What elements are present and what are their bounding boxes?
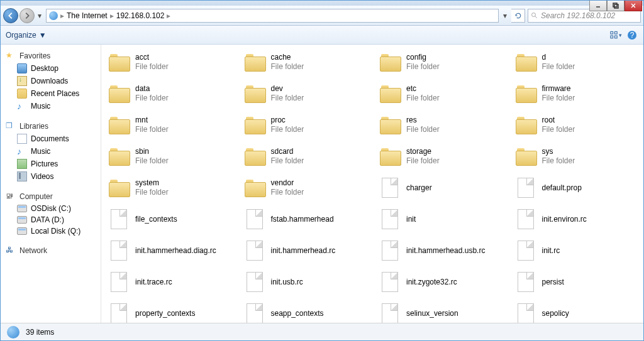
pictures-icon: [17, 159, 27, 169]
file-item[interactable]: property_contexts: [108, 302, 231, 323]
breadcrumb-segment[interactable]: 192.168.0.102: [116, 11, 165, 20]
item-name: file_contexts: [135, 215, 177, 224]
item-name: dev: [271, 84, 304, 94]
folder-item[interactable]: procFile folder: [243, 114, 367, 136]
file-item[interactable]: sepolicy: [514, 302, 638, 323]
location-icon: [49, 11, 58, 20]
item-type: File folder: [406, 94, 440, 103]
nav-item-data-d[interactable]: DATA (D:): [1, 214, 101, 225]
file-icon: [382, 209, 398, 229]
folder-item[interactable]: dFile folder: [514, 51, 638, 73]
nav-item-recent-places[interactable]: Recent Places: [1, 87, 101, 100]
item-type: File folder: [271, 156, 304, 166]
folder-item[interactable]: vendorFile folder: [243, 176, 367, 199]
view-options-button[interactable]: ▾: [609, 29, 622, 41]
file-item[interactable]: charger: [379, 176, 502, 199]
file-item[interactable]: init.hammerhead.diag.rc: [108, 239, 231, 262]
folder-item[interactable]: cacheFile folder: [243, 51, 367, 73]
network-icon: 🖧: [6, 246, 16, 256]
item-type: File folder: [271, 94, 304, 103]
folder-item[interactable]: configFile folder: [379, 51, 502, 73]
item-name: init.trace.rc: [135, 278, 172, 287]
nav-item-music[interactable]: ♪Music: [1, 145, 101, 158]
file-item[interactable]: init.zygote32.rc: [379, 271, 502, 293]
status-bar: 39 items: [1, 323, 643, 340]
folder-icon: [516, 148, 536, 165]
file-view[interactable]: acctFile foldercacheFile folderconfigFil…: [101, 45, 643, 323]
address-bar[interactable]: ▸ The Internet ▸ 192.168.0.102 ▸: [46, 9, 499, 23]
file-item[interactable]: init.hammerhead.usb.rc: [379, 239, 502, 262]
item-type: File folder: [271, 188, 304, 197]
nav-computer-header[interactable]: 🖳Computer: [1, 190, 101, 203]
nav-item-downloads[interactable]: Downloads: [1, 75, 101, 87]
folder-item[interactable]: storageFile folder: [379, 145, 502, 168]
folder-item[interactable]: mntFile folder: [108, 114, 231, 136]
folder-icon: [245, 85, 265, 102]
item-name: init.hammerhead.usb.rc: [406, 246, 485, 256]
address-history-icon[interactable]: ▾: [501, 11, 509, 20]
nav-favorites-header[interactable]: ★Favorites: [1, 50, 101, 62]
file-item[interactable]: init.trace.rc: [108, 271, 231, 293]
nav-libraries-header[interactable]: ❐Libraries: [1, 120, 101, 133]
folder-item[interactable]: sbinFile folder: [108, 145, 231, 168]
file-item[interactable]: init.rc: [514, 239, 638, 262]
item-name: system: [135, 178, 169, 188]
folder-item[interactable]: rootFile folder: [514, 114, 638, 136]
item-name: vendor: [271, 178, 304, 188]
item-type: File folder: [406, 156, 440, 166]
nav-item-music-fav[interactable]: ♪Music: [1, 100, 101, 112]
folder-item[interactable]: firmwareFile folder: [514, 82, 638, 105]
file-item[interactable]: persist: [514, 271, 638, 293]
item-name: mnt: [135, 116, 169, 125]
file-icon: [111, 209, 127, 229]
refresh-button[interactable]: [511, 9, 525, 23]
folder-item[interactable]: dataFile folder: [108, 82, 231, 105]
item-type: File folder: [135, 94, 169, 103]
folder-item[interactable]: devFile folder: [243, 82, 367, 105]
item-name: config: [406, 53, 440, 62]
search-icon: [531, 12, 538, 19]
folder-item[interactable]: acctFile folder: [108, 51, 231, 73]
file-item[interactable]: file_contexts: [108, 208, 231, 230]
back-button[interactable]: [3, 8, 18, 23]
organize-menu[interactable]: Organize ▼: [6, 31, 47, 40]
folder-icon: [109, 85, 129, 102]
file-item[interactable]: init: [379, 208, 502, 230]
toolbar: Organize ▼ ▾ ?: [1, 26, 643, 45]
nav-item-videos[interactable]: Videos: [1, 170, 101, 183]
file-icon: [382, 303, 398, 323]
file-item[interactable]: init.hammerhead.rc: [243, 239, 367, 262]
folder-icon: [245, 148, 265, 165]
folder-item[interactable]: sysFile folder: [514, 145, 638, 168]
file-item[interactable]: selinux_version: [379, 302, 502, 323]
file-item[interactable]: fstab.hammerhead: [243, 208, 367, 230]
nav-item-documents[interactable]: Documents: [1, 133, 101, 145]
nav-item-local-q[interactable]: Local Disk (Q:): [1, 225, 101, 237]
history-dropdown[interactable]: ▾: [36, 11, 43, 20]
file-item[interactable]: seapp_contexts: [243, 302, 367, 323]
videos-icon: [17, 171, 27, 181]
nav-item-osdisk[interactable]: OSDisk (C:): [1, 203, 101, 214]
file-item[interactable]: default.prop: [514, 176, 638, 199]
computer-icon: 🖳: [6, 192, 16, 202]
file-item[interactable]: init.environ.rc: [514, 208, 638, 230]
folder-item[interactable]: etcFile folder: [379, 82, 502, 105]
nav-item-desktop[interactable]: Desktop: [1, 62, 101, 75]
file-icon: [382, 241, 398, 261]
breadcrumb-root[interactable]: The Internet: [67, 11, 108, 20]
desktop-icon: [17, 63, 27, 73]
help-button[interactable]: ?: [626, 29, 638, 41]
forward-button[interactable]: [19, 8, 35, 23]
nav-item-pictures[interactable]: Pictures: [1, 158, 101, 170]
folder-icon: [109, 148, 129, 165]
nav-network-header[interactable]: 🖧Network: [1, 244, 101, 257]
music-icon: ♪: [17, 146, 27, 156]
folder-item[interactable]: resFile folder: [379, 114, 502, 136]
maximize-button[interactable]: [607, 0, 625, 11]
folder-item[interactable]: systemFile folder: [108, 176, 231, 199]
file-icon: [518, 303, 534, 323]
file-item[interactable]: init.usb.rc: [243, 271, 367, 293]
close-button[interactable]: [625, 0, 642, 11]
folder-item[interactable]: sdcardFile folder: [243, 145, 367, 168]
minimize-button[interactable]: [589, 0, 607, 11]
